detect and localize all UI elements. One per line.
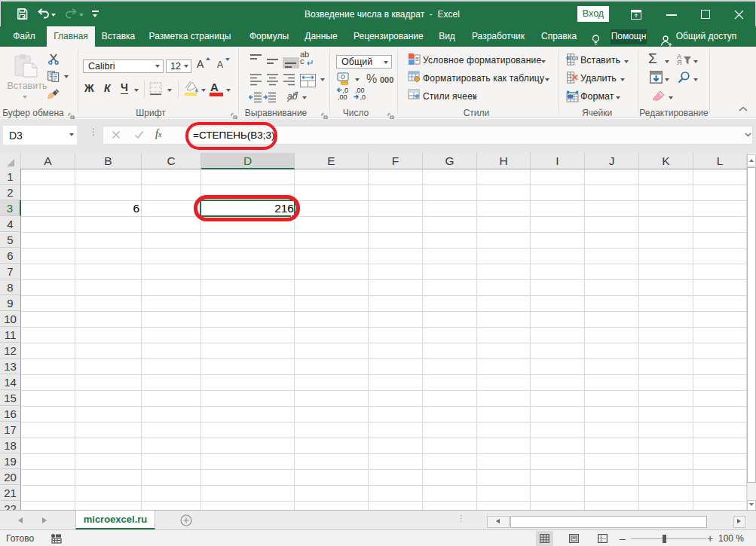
svg-text:,00: ,00 — [338, 93, 347, 100]
svg-text:,0: ,0 — [360, 93, 366, 100]
